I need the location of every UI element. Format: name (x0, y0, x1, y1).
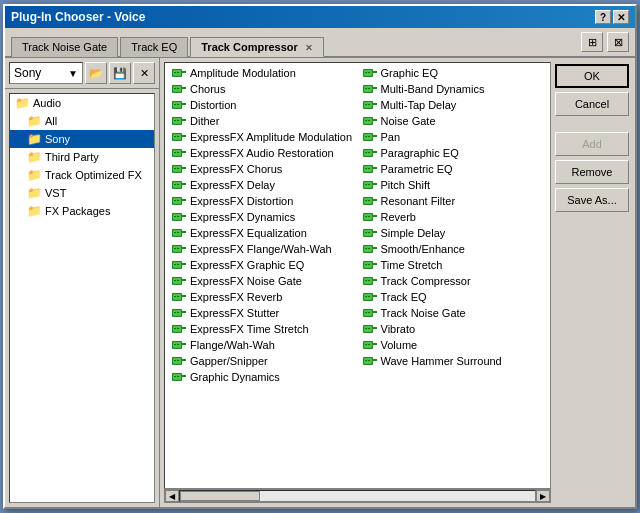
plugin-item[interactable]: ExpressFX Flange/Wah-Wah (167, 241, 358, 257)
plugin-item[interactable]: Multi-Tap Delay (358, 97, 549, 113)
svg-rect-17 (182, 119, 186, 121)
svg-rect-174 (368, 296, 370, 297)
tree-item-vst[interactable]: 📁 VST (10, 184, 154, 202)
svg-rect-27 (182, 151, 186, 153)
plugin-item[interactable]: ExpressFX Delay (167, 177, 358, 193)
tree-item-track-optimized[interactable]: 📁 Track Optimized FX (10, 166, 154, 184)
plugin-item[interactable]: Vibrato (358, 321, 549, 337)
plugin-item[interactable]: Distortion (167, 97, 358, 113)
svg-rect-4 (177, 72, 179, 73)
plugin-item[interactable]: ExpressFX Time Stretch (167, 321, 358, 337)
tree-item-audio[interactable]: 📁 Audio (10, 94, 154, 112)
horizontal-scrollbar[interactable]: ◀ ▶ (164, 489, 551, 503)
tab-noise-gate[interactable]: Track Noise Gate (11, 37, 118, 57)
svg-rect-192 (373, 359, 377, 361)
tab-eq[interactable]: Track EQ (120, 37, 188, 57)
plugin-icon (171, 98, 187, 112)
svg-rect-107 (373, 87, 377, 89)
plugin-item[interactable]: ExpressFX Chorus (167, 161, 358, 177)
left-panel: Sony ▼ 📂 💾 ✕ 📁 Audio 📁 All 📁 (5, 58, 160, 507)
help-button[interactable]: ? (595, 10, 611, 24)
plugin-item[interactable]: Dither (167, 113, 358, 129)
scroll-left-button[interactable]: ◀ (165, 490, 179, 502)
plugin-list-area: Amplitude Modulation Chorus Distortion D… (164, 62, 551, 489)
remove-button[interactable]: Remove (555, 160, 629, 184)
plugin-item[interactable]: Graphic Dynamics (167, 369, 358, 385)
plugin-item[interactable]: Simple Delay (358, 225, 549, 241)
plugin-item[interactable]: Wave Hammer Surround (358, 353, 549, 369)
tab-pin-button[interactable]: ⊞ (581, 32, 603, 52)
plugin-item[interactable]: Amplitude Modulation (167, 65, 358, 81)
plugin-icon (171, 274, 187, 288)
plugin-item[interactable]: ExpressFX Equalization (167, 225, 358, 241)
scroll-right-button[interactable]: ▶ (536, 490, 550, 502)
plugin-item[interactable]: Resonant Filter (358, 193, 549, 209)
svg-rect-143 (365, 200, 367, 201)
svg-rect-44 (177, 200, 179, 201)
tab-compressor[interactable]: Track Compressor ✕ (190, 37, 324, 57)
plugin-item[interactable]: Flange/Wah-Wah (167, 337, 358, 353)
plugin-item[interactable]: Parametric EQ (358, 161, 549, 177)
plugin-item[interactable]: Reverb (358, 209, 549, 225)
save-button[interactable]: 💾 (109, 62, 131, 84)
scrollbar-thumb[interactable] (180, 491, 260, 501)
svg-rect-169 (368, 280, 370, 281)
plugin-columns: Amplitude Modulation Chorus Distortion D… (165, 63, 550, 488)
tree-item-sony[interactable]: 📁 Sony (10, 130, 154, 148)
svg-rect-178 (365, 312, 367, 313)
svg-rect-83 (174, 328, 176, 329)
plugin-item[interactable]: Pan (358, 129, 549, 145)
plugin-item[interactable]: Smooth/Enhance (358, 241, 549, 257)
tab-icon-button2[interactable]: ⊠ (607, 32, 629, 52)
plugin-icon (362, 306, 378, 320)
folder-open-button[interactable]: 📂 (85, 62, 107, 84)
plugin-item[interactable]: Volume (358, 337, 549, 353)
plugin-item[interactable]: Noise Gate (358, 113, 549, 129)
plugin-icon (362, 194, 378, 208)
tree-item-all[interactable]: 📁 All (10, 112, 154, 130)
plugin-item[interactable]: ExpressFX Reverb (167, 289, 358, 305)
plugin-item[interactable]: ExpressFX Audio Restoration (167, 145, 358, 161)
plugin-item[interactable]: Pitch Shift (358, 177, 549, 193)
plugin-item[interactable]: ExpressFX Distortion (167, 193, 358, 209)
svg-rect-99 (177, 376, 179, 377)
svg-rect-88 (174, 344, 176, 345)
svg-rect-93 (174, 360, 176, 361)
plugin-icon (171, 178, 187, 192)
scrollbar-track[interactable] (179, 490, 536, 502)
tree-item-fx-packages[interactable]: 📁 FX Packages (10, 202, 154, 220)
svg-rect-139 (368, 184, 370, 185)
close-button[interactable]: ✕ (613, 10, 629, 24)
plugin-item[interactable]: ExpressFX Noise Gate (167, 273, 358, 289)
plugin-icon (362, 338, 378, 352)
plugin-item[interactable]: Graphic EQ (358, 65, 549, 81)
save-as-button[interactable]: Save As... (555, 188, 629, 212)
tree-item-third-party[interactable]: 📁 Third Party (10, 148, 154, 166)
plugin-item[interactable]: ExpressFX Amplitude Modulation (167, 129, 358, 145)
plugin-item[interactable]: Paragraphic EQ (358, 145, 549, 161)
dropdown-area: Sony ▼ 📂 💾 ✕ (5, 58, 159, 89)
plugin-item[interactable]: Multi-Band Dynamics (358, 81, 549, 97)
plugin-item[interactable]: ExpressFX Graphic EQ (167, 257, 358, 273)
plugin-item[interactable]: ExpressFX Dynamics (167, 209, 358, 225)
cancel-button[interactable]: Cancel (555, 92, 629, 116)
plugin-item[interactable]: Gapper/Snipper (167, 353, 358, 369)
plugin-item[interactable]: Track Compressor (358, 273, 549, 289)
svg-rect-102 (373, 71, 377, 73)
add-button[interactable]: Add (555, 132, 629, 156)
plugin-item[interactable]: ExpressFX Stutter (167, 305, 358, 321)
preset-dropdown[interactable]: Sony ▼ (9, 62, 83, 84)
svg-rect-28 (174, 152, 176, 153)
tab-close-icon[interactable]: ✕ (305, 43, 313, 53)
ok-button[interactable]: OK (555, 64, 629, 88)
plugin-item[interactable]: Track Noise Gate (358, 305, 549, 321)
plugin-item[interactable]: Chorus (167, 81, 358, 97)
svg-rect-123 (365, 136, 367, 137)
delete-button[interactable]: ✕ (133, 62, 155, 84)
svg-rect-129 (368, 152, 370, 153)
svg-rect-128 (365, 152, 367, 153)
folder-icon: 📁 (26, 168, 42, 182)
plugin-item[interactable]: Track EQ (358, 289, 549, 305)
plugin-item[interactable]: Time Stretch (358, 257, 549, 273)
plugin-icon (362, 66, 378, 80)
